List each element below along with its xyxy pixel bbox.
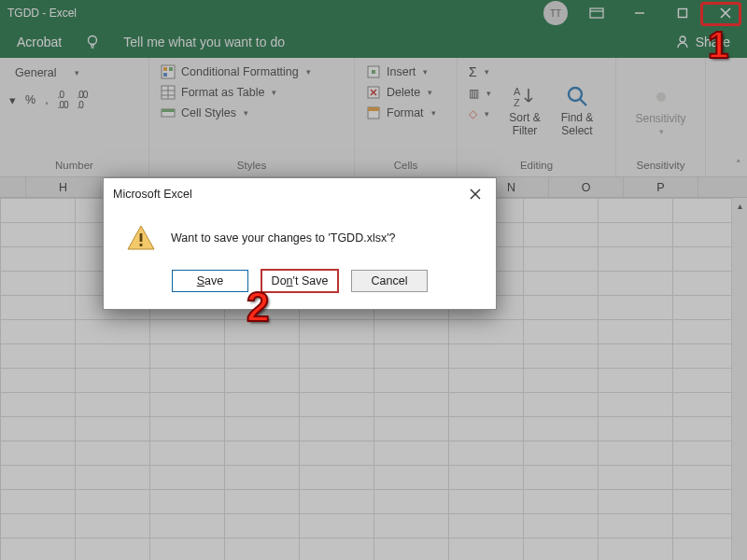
warning-icon	[126, 223, 156, 253]
dont-save-button[interactable]: Don't Save	[261, 270, 338, 292]
dialog-message: Want to save your changes to 'TGDD.xlsx'…	[171, 231, 396, 245]
save-button[interactable]: Save	[172, 270, 248, 292]
svg-rect-35	[140, 233, 143, 242]
dialog-title: Microsoft Excel	[113, 188, 192, 201]
annotation-number-2: 2	[247, 284, 269, 330]
save-changes-dialog: Microsoft Excel Want to save your change…	[103, 177, 497, 310]
annotation-box-close	[700, 2, 741, 26]
dialog-close-button[interactable]	[462, 184, 488, 204]
svg-rect-36	[140, 244, 143, 246]
cancel-button[interactable]: Cancel	[351, 270, 428, 292]
annotation-number-1: 1	[708, 24, 728, 66]
